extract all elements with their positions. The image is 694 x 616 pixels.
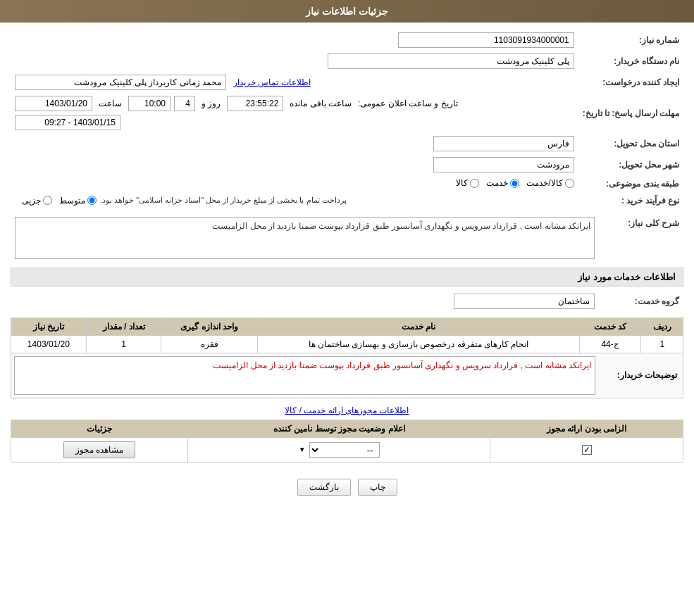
main-info-table: شماره نیاز: 1103091934000001 نام دستگاه … [11,30,683,208]
col-joziat: جزئیات [11,420,188,437]
gorohe-value: ساختمان [454,294,595,309]
ostan-label: استان محل تحویل: [578,133,683,154]
gorohe-table: گروه خدمت: ساختمان [11,291,683,312]
saat-label: ساعت [99,99,122,108]
row-vahed: فقره [161,335,258,353]
tarikhe-elan-label: تاریخ و ساعت اعلان عمومی: [358,99,458,108]
radio-kala-input[interactable] [470,179,479,188]
mohlat-label: مهلت ارسال پاسخ: تا تاریخ: [578,93,683,133]
mojavez-title[interactable]: اطلاعات مجوزهای ارائه خدمت / کالا [285,406,409,415]
mojavez-row: ✓ -- ▼ مشاهده مجوز [11,437,683,462]
radio-jozi-label: جزیی [22,196,41,206]
view-mojavez-button[interactable]: مشاهده مجوز [63,441,135,458]
row-tedad: 1 [86,335,161,353]
tosaifat-label: توضیحات خریدار: [598,353,683,398]
radio-motevaset[interactable]: متوسط [59,196,97,206]
chevron-down-icon: ▼ [299,446,306,453]
tosaifat-value: ایرانکد مشابه است , قرارداد سرویس و نگهد… [14,356,595,395]
table-row: 1 ج-44 انجام کارهای متفرقه درخصوص بازساز… [11,335,683,353]
roz-value: 4 [174,96,195,111]
shomara-niaz-label: شماره نیاز: [578,30,683,51]
row-nam: انجام کارهای متفرقه درخصوص بازسازی و بهس… [258,335,580,353]
tarikh-value: 1403/01/20 [15,96,92,111]
services-table: ردیف کد خدمت نام خدمت واحد اندازه گیری ت… [11,318,683,398]
row-tarikh: 1403/01/20 [11,335,87,353]
ijad-konande-value: محمد زمانی کاربرداز پلی کلینیک مرودشت [15,75,226,90]
radio-kala-khadamat-input[interactable] [565,179,574,188]
mojavez-elzam: ✓ [490,437,683,462]
page-header: جزئیات اطلاعات نیاز [0,0,694,23]
now-farayand-label: نوع فرآیند خرید : [578,193,683,208]
col-nam: نام خدمت [258,318,580,335]
elzam-checkbox[interactable]: ✓ [582,445,592,455]
radio-khadamat-input[interactable] [510,179,519,188]
etelaat-khadamat-title: اطلاعات خدمات مورد نیاز [11,268,683,287]
radio-kala-label: کالا [456,178,468,188]
back-button[interactable]: بازگشت [297,479,351,496]
etela-link[interactable]: اطلاعات تماس خریدار [233,77,311,87]
col-kod: کد خدمت [579,318,641,335]
eelam-select[interactable]: -- [309,442,380,458]
tarikhe-elan-value: 1403/01/15 - 09:27 [15,115,120,130]
tabaqe-label: طبقه بندی موضوعی: [578,175,683,193]
ostan-value: فارس [433,136,574,151]
print-button[interactable]: چاپ [358,479,397,496]
radio-kala-khadamat-label: کالا/خدمت [526,178,562,188]
col-tarikh: تاریخ نیاز [11,318,87,335]
col-tedad: تعداد / مقدار [86,318,161,335]
footer-buttons: چاپ بازگشت [11,468,683,506]
radio-motevaset-input[interactable] [87,196,97,205]
roz-label: روز و [202,99,221,108]
mojavez-table: الزامی بودن ارائه مجوز اعلام وضعیت مجوز … [11,420,683,463]
mojavez-eelam: -- ▼ [188,437,490,462]
saat-mandeh-label: ساعت باقی مانده [290,99,352,108]
col-radif: ردیف [641,318,683,335]
farayand-desc: پرداخت تمام یا بخشی از مبلغ خریدار از مح… [100,196,347,205]
col-eelam: اعلام وضعیت مجوز توسط نامین کننده [188,420,490,437]
radio-khadamat-label: خدمت [486,178,508,188]
gorohe-label: گروه خدمت: [599,291,683,312]
radio-khadamat[interactable]: خدمت [486,178,519,188]
sharh-value: ایرانکد مشابه است , قرارداد سرویس و نگهد… [15,217,595,259]
mojavez-joziat: مشاهده مجوز [11,437,188,462]
radio-jozi-input[interactable] [43,196,52,205]
shahr-label: شهر محل تحویل: [578,154,683,175]
sharh-table: شرح کلی نیاز: ایرانکد مشابه است , قراردا… [11,214,683,262]
shomara-niaz-value: 1103091934000001 [398,32,574,48]
col-elzam: الزامی بودن ارائه مجوز [490,420,683,437]
nam-dastgah-label: نام دستگاه خریدار: [578,51,683,72]
shahr-value: مرودشت [433,157,574,172]
radio-kala-khadamat[interactable]: کالا/خدمت [526,178,574,188]
saat-mandeh-value: 23:55:22 [227,96,283,111]
saat-value: 10:00 [128,96,171,111]
ijad-konande-label: ایجاد کننده درخواست: [578,72,683,93]
nam-dastgah-value: پلی کلینیک مرودشت [328,54,574,69]
radio-jozi[interactable]: جزیی [22,196,52,206]
row-radif: 1 [641,335,683,353]
radio-motevaset-label: متوسط [59,196,85,206]
header-title: جزئیات اطلاعات نیاز [306,6,388,17]
radio-kala[interactable]: کالا [456,178,479,188]
col-vahed: واحد اندازه گیری [161,318,258,335]
sharh-label: شرح کلی نیاز: [599,214,683,262]
row-kod: ج-44 [579,335,641,353]
